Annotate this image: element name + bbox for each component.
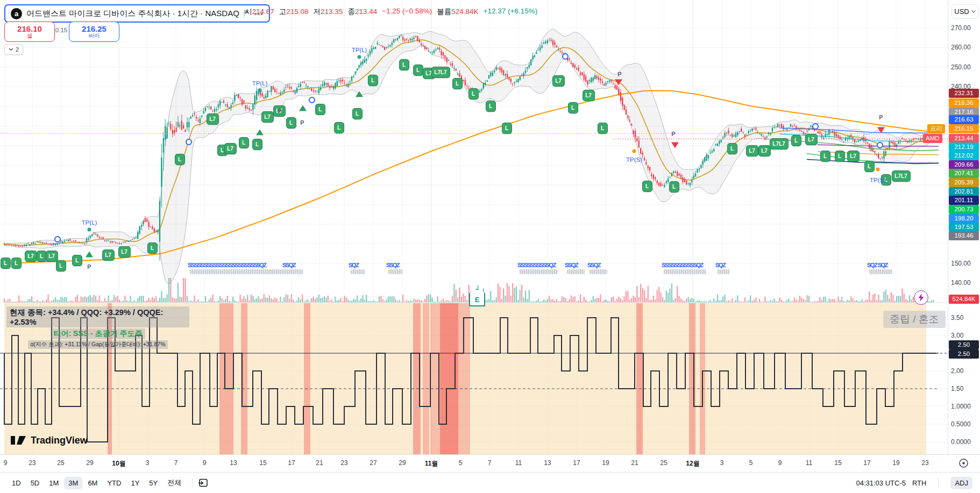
long-signal-badge[interactable]: L xyxy=(37,251,47,262)
long-signal-badge[interactable]: L xyxy=(568,102,578,113)
buy-button[interactable]: 216.25 바이 xyxy=(69,22,119,42)
indicator-info-block: 현재 종목: +34.4% / QQQ: +3.29% / QQQE: +2.5… xyxy=(6,306,189,349)
range-button-6m[interactable]: 6M xyxy=(83,477,102,489)
symbol-logo-icon: a xyxy=(11,8,22,19)
bottom-toolbar: 1D5D1M3M6MYTD1Y5Y전체 04:31:03 UTC-5 RTH A… xyxy=(0,472,980,493)
long-signal-badge[interactable]: L xyxy=(1,258,11,269)
long-signal-badge[interactable]: L xyxy=(452,78,463,89)
adjusted-data-toggle[interactable]: ADJ xyxy=(950,477,972,489)
sell-triangle-icon[interactable] xyxy=(671,142,679,148)
sell-button[interactable]: 216.10 셀 xyxy=(4,22,55,42)
buy-triangle-icon[interactable] xyxy=(256,130,264,135)
symbol-legend[interactable]: a 어드밴스트 마이크로 디바이스 주식회사 · 1시간 · NASDAQ ••… xyxy=(4,4,270,23)
buy-triangle-icon[interactable] xyxy=(86,252,93,258)
clock-readout[interactable]: 04:31:03 UTC-5 xyxy=(856,479,906,487)
long-signal-badge[interactable]: L xyxy=(502,123,512,134)
long-signal-badge[interactable]: L xyxy=(368,75,378,86)
long-signal-badge[interactable]: L xyxy=(175,154,185,165)
long-signal-badge[interactable]: L7L7 xyxy=(431,67,450,78)
long-signal-badge[interactable]: L7L7 xyxy=(892,170,911,182)
time-tick: 11월 xyxy=(425,459,438,468)
squeeze-signal-sub xyxy=(285,269,303,274)
long-signal-badge[interactable]: L7 xyxy=(224,143,237,154)
long-signal-badge[interactable]: L7 xyxy=(102,249,115,261)
time-tick: 15 xyxy=(834,459,841,467)
time-tick: 29 xyxy=(399,459,406,467)
long-signal-badge[interactable]: L7L7 xyxy=(770,138,789,149)
long-signal-badge[interactable]: L7 xyxy=(118,246,131,258)
collapse-count: 2 xyxy=(16,46,19,53)
range-button-5d[interactable]: 5D xyxy=(26,477,44,489)
range-button-ytd[interactable]: YTD xyxy=(103,477,125,489)
time-tick: 3 xyxy=(146,459,150,467)
long-signal-badge[interactable]: L xyxy=(252,139,262,150)
long-signal-badge[interactable]: L xyxy=(598,123,608,134)
time-tick: 29 xyxy=(86,459,93,467)
indicator-price-label: 212.19 xyxy=(949,142,979,152)
range-button-1d[interactable]: 1D xyxy=(8,477,25,489)
buy-triangle-icon[interactable] xyxy=(356,91,363,97)
long-signal-badge[interactable]: L7 xyxy=(847,151,860,162)
long-signal-badge[interactable]: L xyxy=(352,108,363,119)
long-signal-badge[interactable]: L7 xyxy=(552,75,565,87)
long-signal-badge[interactable]: L xyxy=(727,143,737,154)
long-signal-badge[interactable]: L xyxy=(669,181,679,192)
long-signal-badge[interactable]: L7 xyxy=(261,111,274,123)
low-value: 213.35 xyxy=(321,8,343,16)
long-signal-badge[interactable]: L xyxy=(147,242,158,254)
range-button-1y[interactable]: 1Y xyxy=(126,477,144,489)
pivot-label: P xyxy=(278,108,281,114)
long-signal-badge[interactable]: L xyxy=(864,161,875,172)
price-tick: 260.00 xyxy=(951,44,979,51)
long-signal-badge[interactable]: L xyxy=(334,122,344,133)
tradingview-app: a 어드밴스트 마이크로 디바이스 주식회사 · 1시간 · NASDAQ ••… xyxy=(0,0,980,493)
long-signal-badge[interactable]: L xyxy=(239,137,249,148)
long-signal-badge[interactable]: L xyxy=(468,88,479,99)
tradingview-logo[interactable]: TradingView xyxy=(11,434,88,446)
sell-triangle-icon[interactable] xyxy=(615,80,622,85)
legend-collapse-toggle[interactable]: 2 xyxy=(4,44,23,55)
sell-triangle-icon[interactable] xyxy=(877,127,885,133)
go-to-date-icon[interactable] xyxy=(198,478,208,488)
long-signal-badge[interactable]: L7 xyxy=(746,145,758,156)
time-tick: 23 xyxy=(340,459,347,467)
volume-axis-label: 524.84K xyxy=(949,295,979,304)
long-signal-badge[interactable]: L xyxy=(56,260,66,271)
take-profit-long-label: TP(L) xyxy=(252,80,268,87)
pivot-label: P xyxy=(617,71,621,77)
range-button-3m[interactable]: 3M xyxy=(64,477,82,489)
currency-selector[interactable]: USD xyxy=(951,4,978,19)
long-signal-badge[interactable]: L xyxy=(791,135,801,146)
symbol-title[interactable]: 어드밴스트 마이크로 디바이스 주식회사 · 1시간 · NASDAQ xyxy=(26,9,239,19)
long-signal-badge[interactable]: L xyxy=(286,117,296,128)
instant-order-icon[interactable] xyxy=(914,290,928,305)
buy-triangle-icon[interactable] xyxy=(299,105,307,111)
long-signal-badge[interactable]: L xyxy=(835,151,845,162)
pivot-label: P xyxy=(300,119,304,126)
time-tick: 7 xyxy=(174,459,178,467)
long-signal-badge[interactable]: L7 xyxy=(758,145,771,156)
long-signal-badge[interactable]: L xyxy=(72,255,82,266)
session-toggle[interactable]: RTH xyxy=(912,479,926,487)
axis-settings-gear-icon[interactable] xyxy=(958,458,969,468)
long-signal-badge[interactable]: L xyxy=(642,181,652,192)
take-profit-long-label: TP(L) xyxy=(352,47,367,53)
long-signal-badge[interactable]: L xyxy=(315,104,325,115)
long-signal-badge[interactable]: L7 xyxy=(583,90,595,101)
high-label: 고 xyxy=(279,8,287,16)
range-button-5y[interactable]: 5Y xyxy=(145,477,162,489)
time-tick: 9 xyxy=(203,459,207,467)
long-signal-badge[interactable]: L xyxy=(413,65,423,76)
range-button-전체[interactable]: 전체 xyxy=(163,476,186,490)
long-signal-badge[interactable]: L7 xyxy=(25,251,37,262)
long-signal-badge[interactable]: L xyxy=(399,59,409,70)
indicator-price-label: 202.81 xyxy=(949,187,979,196)
long-signal-badge[interactable]: L7 xyxy=(207,113,219,125)
long-signal-badge[interactable]: L7 xyxy=(46,251,58,262)
squeeze-signal-sub xyxy=(590,269,607,274)
long-signal-badge[interactable]: L xyxy=(486,101,496,112)
long-signal-badge[interactable]: L xyxy=(11,258,22,269)
long-signal-badge[interactable]: L7 xyxy=(805,134,818,145)
range-button-1m[interactable]: 1M xyxy=(45,477,63,489)
long-signal-badge[interactable]: L xyxy=(820,151,830,162)
